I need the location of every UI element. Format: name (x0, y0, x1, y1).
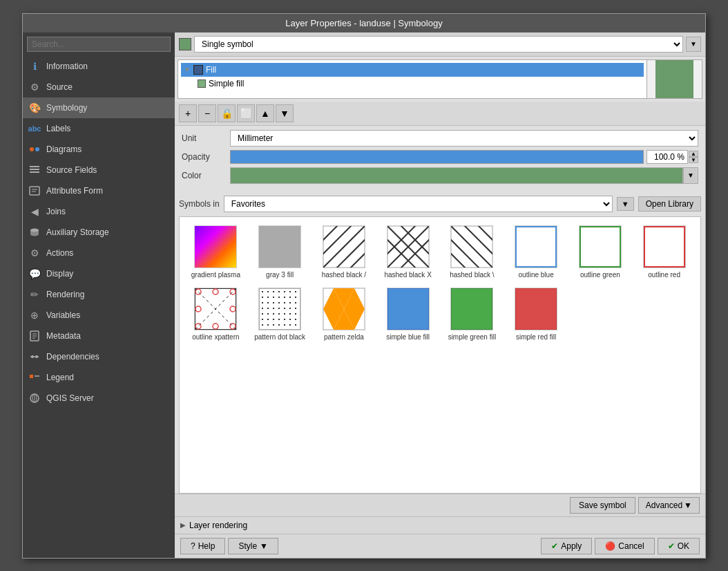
sidebar-item-auxiliary-storage[interactable]: Auxiliary Storage (23, 222, 175, 243)
symbols-section: Symbols in Favorites ▼ Open Library (175, 191, 705, 494)
sidebar-item-rendering[interactable]: ✏ Rendering (23, 284, 175, 305)
symbol-simple-red-fill[interactable]: simple red fill (504, 283, 568, 346)
sidebar-item-information[interactable]: ℹ Information (23, 56, 175, 77)
opacity-slider[interactable] (230, 150, 644, 164)
search-box[interactable] (27, 37, 171, 52)
svg-point-10 (30, 232, 39, 236)
outline-blue-box (515, 226, 557, 268)
symbol-pattern-zelda[interactable]: pattern zelda (312, 283, 376, 346)
color-control: ▼ (230, 167, 698, 184)
sidebar-item-display[interactable]: 💬 Display (23, 263, 175, 284)
open-library-btn[interactable]: Open Library (638, 196, 701, 212)
sidebar-item-source[interactable]: ⚙ Source (23, 77, 175, 97)
symbol-gradient-plasma[interactable]: gradient plasma (184, 221, 248, 283)
ok-btn[interactable]: ✔ OK (658, 538, 700, 554)
symbols-location-select[interactable]: Favorites (224, 196, 613, 212)
symbol-type-icon (179, 38, 191, 50)
actions-icon: ⚙ (28, 247, 41, 259)
cancel-btn[interactable]: 🔴 Cancel (595, 538, 654, 554)
sidebar-item-attributes-form[interactable]: Attributes Form (23, 180, 175, 201)
dialog-title: Layer Properties - landuse | Symbology (285, 18, 442, 28)
color-row: Color ▼ (182, 167, 698, 184)
fill-layer-color (193, 65, 203, 75)
sidebar-label-source-fields: Source Fields (46, 165, 97, 175)
symbol-simple-blue-fill[interactable]: simple blue fill (376, 283, 440, 346)
symbol-simple-green-fill[interactable]: simple green fill (440, 283, 504, 346)
main-content: Single symbol ▼ ▼ Fill Simple fill (175, 32, 705, 558)
layer-rendering-row[interactable]: ▶ Layer rendering (175, 516, 705, 534)
move-down-btn[interactable]: ▼ (276, 104, 294, 122)
svg-point-1 (35, 147, 39, 151)
sidebar-item-actions[interactable]: ⚙ Actions (23, 243, 175, 263)
apply-btn[interactable]: ✔ Apply (541, 538, 592, 554)
opacity-spin-up[interactable]: ▲ (689, 151, 698, 157)
gradient-plasma-preview (194, 225, 237, 268)
sidebar-label-variables: Variables (46, 310, 80, 320)
sidebar-item-dependencies[interactable]: Dependencies (23, 346, 175, 367)
sidebar-item-joins[interactable]: ◀ Joins (23, 201, 175, 222)
symbol-hashed-black-slash[interactable]: hashed black / (312, 221, 376, 283)
save-symbol-btn[interactable]: Save symbol (570, 497, 635, 514)
symbology-icon: 🎨 (28, 102, 41, 114)
sidebar-label-information: Information (46, 62, 88, 71)
style-btn[interactable]: Style ▼ (228, 538, 278, 554)
duplicate-btn[interactable]: ⬜ (237, 104, 255, 122)
sidebar-label-actions: Actions (46, 248, 73, 258)
symbols-location-dropdown[interactable]: ▼ (617, 197, 634, 211)
lock-btn[interactable]: 🔒 (218, 104, 236, 122)
layer-properties-dialog: Layer Properties - landuse | Symbology ℹ… (22, 13, 706, 559)
outline-xpattern-label: outline xpattern (192, 333, 239, 341)
hatch-back-svg (451, 226, 492, 268)
color-bar[interactable] (230, 167, 683, 184)
color-dropdown-btn[interactable]: ▼ (683, 167, 698, 184)
sidebar-label-source: Source (46, 82, 73, 92)
attributes-form-icon (28, 185, 41, 197)
simple-red-box (515, 288, 557, 330)
fill-layer-item[interactable]: ▼ Fill (181, 63, 644, 77)
svg-point-16 (31, 355, 34, 358)
simple-red-preview (515, 288, 557, 330)
symbol-pattern-dot-black[interactable]: pattern dot black (248, 283, 312, 346)
symbol-type-select[interactable]: Single symbol (194, 36, 683, 53)
advanced-btn[interactable]: Advanced ▼ (638, 497, 700, 514)
symbols-grid-container[interactable]: gradient plasma gray 3 fill (179, 216, 701, 494)
dependencies-icon (28, 350, 41, 363)
metadata-icon (28, 330, 41, 342)
symbols-header: Symbols in Favorites ▼ Open Library (179, 196, 701, 212)
unit-control: Millimeter (230, 130, 698, 147)
symbol-type-dropdown-btn[interactable]: ▼ (686, 37, 701, 52)
sidebar-item-qgis-server[interactable]: QGIS Server (23, 388, 175, 409)
sidebar-item-variables[interactable]: ⊕ Variables (23, 305, 175, 326)
simple-green-fill-label: simple green fill (448, 333, 496, 341)
gray-fill-box (259, 226, 300, 268)
sidebar-item-source-fields[interactable]: Source Fields (23, 160, 175, 180)
sidebar-item-metadata[interactable]: Metadata (23, 326, 175, 346)
symbol-hashed-black-back[interactable]: hashed black \ (440, 221, 504, 283)
opacity-input[interactable] (646, 150, 688, 164)
sidebar-item-symbology[interactable]: 🎨 Symbology (23, 97, 175, 118)
svg-rect-18 (30, 375, 33, 378)
symbol-outline-blue[interactable]: outline blue (504, 221, 568, 283)
unit-select[interactable]: Millimeter (230, 130, 698, 147)
advanced-arrow-icon: ▼ (684, 500, 692, 510)
symbol-outline-xpattern[interactable]: outline xpattern (184, 283, 248, 346)
symbol-outline-green[interactable]: outline green (568, 221, 633, 283)
remove-layer-btn[interactable]: − (198, 104, 216, 122)
sidebar-item-labels[interactable]: abc Labels (23, 118, 175, 139)
sidebar-label-metadata: Metadata (46, 331, 81, 341)
symbol-gray-3-fill[interactable]: gray 3 fill (248, 221, 312, 283)
opacity-spin-down[interactable]: ▼ (689, 157, 698, 163)
move-up-btn[interactable]: ▲ (256, 104, 274, 122)
simple-fill-item[interactable]: Simple fill (195, 77, 644, 91)
help-btn[interactable]: ? Help (180, 538, 225, 554)
simple-fill-label: Simple fill (209, 79, 244, 88)
symbol-hashed-black-x[interactable]: hashed black X (376, 221, 440, 283)
expand-arrow: ▼ (184, 66, 191, 73)
layer-tree: ▼ Fill Simple fill (178, 60, 646, 98)
search-input[interactable] (27, 37, 171, 52)
sidebar-item-legend[interactable]: Legend (23, 367, 175, 388)
sidebar-item-diagrams[interactable]: Diagrams (23, 139, 175, 160)
add-layer-btn[interactable]: + (179, 104, 197, 122)
sidebar-label-rendering: Rendering (46, 290, 84, 299)
symbol-outline-red[interactable]: outline red (632, 221, 696, 283)
